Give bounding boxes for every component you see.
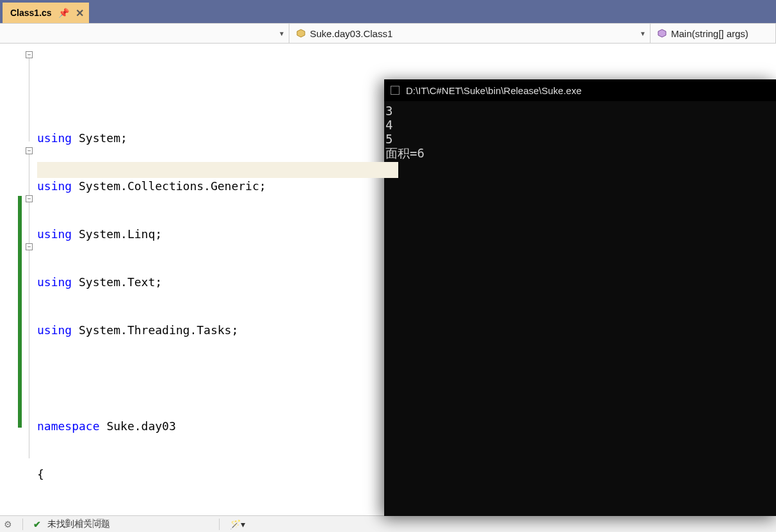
navigation-bar: ▼ Suke.day03.Class1 ▼ Main(string[] args… <box>0 23 776 44</box>
separator <box>22 519 23 530</box>
console-window[interactable]: D:\IT\C#NET\Suke\bin\Release\Suke.exe 3 … <box>384 79 776 516</box>
class-label: Suke.day03.Class1 <box>310 28 392 39</box>
console-titlebar[interactable]: D:\IT\C#NET\Suke\bin\Release\Suke.exe <box>384 79 776 101</box>
class-combo[interactable]: Suke.day03.Class1 ▼ <box>289 24 651 43</box>
file-tab-active[interactable]: Class1.cs 📌 ✕ <box>3 3 89 23</box>
pin-icon[interactable]: 📌 <box>58 8 69 18</box>
close-icon[interactable]: ✕ <box>76 7 84 19</box>
fold-toggle[interactable]: − <box>26 147 33 154</box>
class-icon <box>296 29 306 38</box>
screwdriver-icon[interactable]: ⚙ <box>4 519 12 529</box>
outline-line <box>29 58 29 141</box>
console-icon <box>391 86 400 95</box>
svg-marker-0 <box>297 29 305 37</box>
member-combo[interactable]: Main(string[] args) <box>651 24 776 43</box>
chevron-down-icon: ▼ <box>279 30 285 37</box>
chevron-down-icon: ▼ <box>640 30 646 37</box>
codelens-references[interactable]: 0 个引用 <box>65 517 105 529</box>
current-line-highlight <box>37 162 398 178</box>
console-output: 3 4 5 面积=6 <box>384 101 776 163</box>
console-title-text: D:\IT\C#NET\Suke\bin\Release\Suke.exe <box>406 85 581 96</box>
fold-toggle[interactable]: − <box>26 195 33 202</box>
member-label: Main(string[] args) <box>671 28 748 39</box>
fold-toggle[interactable]: − <box>26 243 33 250</box>
code-area[interactable]: using System; using System.Collections.G… <box>35 44 398 517</box>
fold-toggle[interactable]: − <box>26 51 33 58</box>
svg-marker-1 <box>658 29 666 37</box>
tab-bar: Class1.cs 📌 ✕ <box>0 0 776 23</box>
scope-combo[interactable]: ▼ <box>0 24 289 43</box>
tab-filename: Class1.cs <box>10 8 52 18</box>
change-marker <box>18 196 22 428</box>
gutter: − − − − <box>0 44 35 517</box>
method-icon <box>657 29 667 38</box>
